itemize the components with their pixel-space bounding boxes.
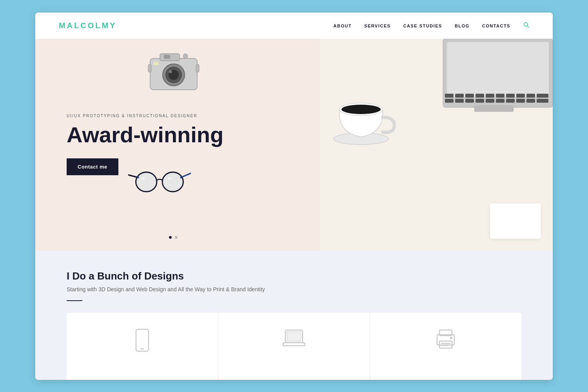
svg-rect-32: [537, 99, 548, 103]
carousel-dot-2[interactable]: [175, 236, 178, 239]
svg-rect-27: [486, 99, 494, 103]
svg-rect-42: [537, 94, 548, 98]
cards-row: [67, 313, 521, 380]
camera-illustration: [146, 47, 209, 117]
nav-item-about[interactable]: ABOUT: [334, 22, 352, 29]
svg-point-47: [341, 105, 381, 114]
nav-item-case-studies[interactable]: CASE STUDIES: [403, 22, 442, 29]
nav-links: ABOUT SERVICES CASE STUDIES BLOG CONTACT…: [334, 22, 529, 29]
card-laptop: [218, 313, 370, 380]
logo-accent: Y: [110, 21, 116, 30]
svg-rect-39: [506, 94, 515, 98]
svg-rect-28: [496, 99, 505, 103]
section-divider: [67, 300, 82, 301]
laptop-icon: [282, 328, 306, 352]
svg-rect-23: [445, 99, 454, 103]
svg-line-1: [527, 26, 529, 27]
svg-rect-35: [465, 94, 474, 98]
svg-rect-22: [447, 42, 549, 97]
svg-point-19: [137, 176, 139, 178]
nav-item-contacts[interactable]: CONTACTS: [482, 22, 510, 29]
logo[interactable]: MALCOLMY: [59, 21, 117, 30]
svg-rect-26: [475, 99, 484, 103]
svg-rect-36: [475, 94, 484, 98]
contact-button[interactable]: Contact me: [67, 158, 118, 175]
svg-point-8: [183, 54, 188, 58]
svg-line-13: [128, 175, 138, 177]
svg-rect-10: [153, 62, 159, 65]
svg-rect-24: [455, 99, 464, 103]
svg-rect-11: [148, 64, 151, 72]
browser-window: MALCOLMY ABOUT SERVICES CASE STUDIES BLO…: [35, 13, 553, 380]
mobile-icon: [133, 328, 152, 356]
svg-line-14: [181, 173, 191, 177]
printer-icon: [434, 328, 457, 353]
svg-point-16: [162, 172, 183, 192]
glasses-illustration: [128, 164, 199, 219]
nav-item-blog[interactable]: BLOG: [455, 22, 470, 29]
svg-rect-48: [136, 329, 149, 351]
svg-rect-37: [486, 94, 494, 98]
search-icon[interactable]: [523, 22, 529, 29]
svg-rect-43: [474, 105, 514, 112]
section-subtitle: Starting with 3D Design and Web Design a…: [67, 286, 521, 292]
svg-point-20: [180, 176, 182, 178]
svg-rect-25: [465, 99, 474, 103]
hero-section: UI/UX PROTOTYPING & INSTRUCTIONAL DESIGN…: [35, 39, 553, 250]
svg-rect-33: [445, 94, 454, 98]
svg-rect-29: [506, 99, 515, 103]
svg-point-7: [169, 70, 172, 73]
carousel-dots: [169, 236, 178, 239]
card-printer: [370, 313, 521, 380]
svg-point-15: [136, 172, 156, 192]
nav-item-services[interactable]: SERVICES: [364, 22, 390, 29]
coffee-cup-illustration: [328, 78, 398, 150]
hero-left-panel: UI/UX PROTOTYPING & INSTRUCTIONAL DESIGN…: [35, 39, 320, 250]
svg-rect-40: [516, 94, 525, 98]
svg-rect-30: [516, 99, 525, 103]
svg-rect-12: [196, 64, 199, 72]
section-title: I Do a Bunch of Designs: [67, 270, 521, 282]
below-hero-section: I Do a Bunch of Designs Starting with 3D…: [35, 250, 553, 380]
logo-main: MALCOLM: [59, 21, 110, 30]
hero-right-panel: [320, 39, 553, 250]
navbar: MALCOLMY ABOUT SERVICES CASE STUDIES BLO…: [35, 13, 553, 39]
svg-rect-38: [496, 94, 505, 98]
svg-rect-41: [526, 94, 535, 98]
laptop-illustration: [435, 39, 553, 113]
carousel-dot-1[interactable]: [169, 236, 172, 239]
notepad-illustration: [490, 203, 541, 239]
svg-point-57: [450, 337, 452, 339]
svg-rect-9: [164, 55, 170, 59]
svg-rect-51: [287, 332, 301, 341]
svg-rect-34: [455, 94, 464, 98]
hero-title: Award-winning: [67, 123, 289, 147]
svg-rect-31: [526, 99, 535, 103]
card-mobile: [67, 313, 218, 380]
